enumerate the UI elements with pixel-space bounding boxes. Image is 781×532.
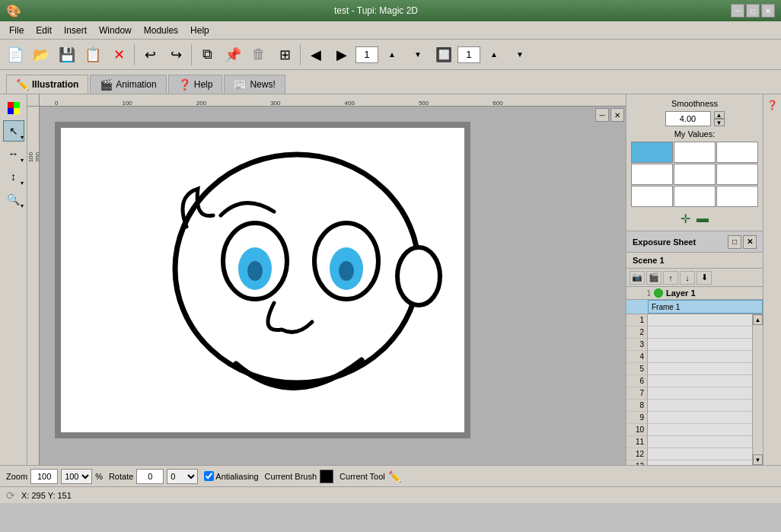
frame-cell-13[interactable] [648,460,752,465]
ruler-200: 200 [196,100,206,107]
tab-illustration[interactable]: ✏️ Illustration [6,75,88,94]
color-add-button[interactable]: ✛ [681,212,690,226]
frame-cell-6[interactable] [648,375,752,387]
brush-label: Current Brush [265,472,317,481]
frame-cell-11[interactable] [648,436,752,448]
minimize-button[interactable]: ─ [731,4,744,18]
color-cell-4[interactable] [674,164,716,185]
tool-zoom[interactable]: 🔍 ▾ [3,189,24,210]
layer-input[interactable] [457,46,480,63]
exp-restore-button[interactable]: □ [728,235,741,249]
color-remove-button[interactable]: ▬ [697,212,709,226]
close-doc-button[interactable]: ✕ [107,43,131,67]
frame-cell-4[interactable] [648,351,752,363]
smoothness-down[interactable]: ▼ [714,119,725,126]
frame-cell-5[interactable] [648,363,752,375]
color-cell-8[interactable] [716,186,758,207]
color-cell-6[interactable] [631,186,673,207]
frame-cell-9[interactable] [648,412,752,424]
scene-btn-5[interactable]: ⬇ [697,271,712,285]
frame-cell-1[interactable] [648,314,752,327]
prev-frame[interactable]: ◀ [304,43,328,67]
scene-btn-4[interactable]: ↓ [680,271,695,285]
tool-transform[interactable]: ↔ ▾ [3,143,24,164]
rotate-dropdown[interactable]: 0 90 180 270 [167,469,198,484]
ruler-v-100: 100 [27,152,34,162]
color-cell-5[interactable] [716,164,758,185]
saveas-button[interactable]: 📋 [81,43,105,67]
color-cell-3[interactable] [631,164,673,185]
ruler-400: 400 [345,100,355,107]
canvas-scroll[interactable]: ─ ✕ [40,107,626,465]
menu-edit[interactable]: Edit [30,24,58,37]
mini-toolbox: ❓ [763,94,781,465]
color-cell-7[interactable] [674,186,716,207]
scene-btn-1[interactable]: 📷 [630,271,645,285]
tool-pointer[interactable]: ↖ ▾ [3,120,24,142]
frame-spin-up[interactable]: ▲ [380,43,404,67]
scene-btn-2[interactable]: 🎬 [646,271,661,285]
zoom-dropdown[interactable]: 100 50 200 [61,469,92,484]
scrollbar-track [753,325,763,454]
tab-news[interactable]: 📰 News! [224,75,285,94]
delete-button[interactable]: 🗑 [247,43,271,67]
frame-input[interactable] [355,46,378,63]
tool-view[interactable]: ↕ ▾ [3,166,24,187]
frame-cell-2[interactable] [648,327,752,339]
canvas-minimize-button[interactable]: ─ [595,108,609,122]
brush-color-swatch[interactable] [320,470,333,483]
frame-cell-8[interactable] [648,400,752,412]
toolbar-separator2 [191,44,192,65]
save-button[interactable]: 💾 [55,43,79,67]
undo-button[interactable]: ↩ [138,43,162,67]
close-button[interactable]: ✕ [761,4,775,18]
layer-row: 1 Layer 1 [626,287,763,300]
menu-modules[interactable]: Modules [138,24,184,37]
frame-spin-down[interactable]: ▼ [406,43,430,67]
mini-tool-1[interactable]: ❓ [765,97,780,113]
frame-scrollbar[interactable]: ▲ ▼ [752,314,763,465]
color-cell-2[interactable] [716,142,758,163]
scrollbar-up[interactable]: ▲ [753,314,763,325]
layer-name: Layer 1 [666,288,760,298]
menu-help[interactable]: Help [184,24,215,37]
open-button[interactable]: 📂 [29,43,53,67]
antialiasing-checkbox[interactable] [204,471,214,481]
tool-color[interactable] [3,97,24,119]
menu-file[interactable]: File [3,24,30,37]
menu-window[interactable]: Window [93,24,138,37]
paste-button[interactable]: 📌 [221,43,245,67]
svg-point-5 [397,247,440,305]
zoom-percent: % [95,472,103,481]
frame-num-12: 12 [626,448,647,460]
zoom-input[interactable] [30,469,58,484]
copy-button[interactable]: ⧉ [195,43,219,67]
layer-spin-up[interactable]: ▲ [482,43,506,67]
frame-num-10: 10 [626,424,647,436]
canvas-close-button[interactable]: ✕ [610,108,624,122]
frame-cell-12[interactable] [648,448,752,460]
rotate-input[interactable] [136,469,164,484]
tab-help[interactable]: ❓ Help [168,75,223,94]
next-frame[interactable]: ▶ [330,43,354,67]
illustration-icon: ✏️ [16,78,29,91]
menu-insert[interactable]: Insert [58,24,93,37]
new-button[interactable]: 📄 [3,43,27,67]
drawing-canvas[interactable] [61,128,464,432]
color-cell-0[interactable] [631,142,673,163]
tab-animation[interactable]: 🎬 Animation [90,75,166,94]
frame-cell-10[interactable] [648,424,752,436]
scrollbar-down[interactable]: ▼ [753,454,763,465]
scene-btn-3[interactable]: ↑ [663,271,678,285]
maximize-button[interactable]: □ [746,4,760,18]
smoothness-input[interactable] [665,111,711,126]
frame-1-header[interactable]: Frame 1 [648,300,763,314]
smoothness-up[interactable]: ▲ [714,111,725,119]
redo-button[interactable]: ↪ [164,43,188,67]
exp-close-button[interactable]: ✕ [743,235,757,249]
layer-spin-down[interactable]: ▼ [508,43,532,67]
grid-button[interactable]: ⊞ [273,43,297,67]
frame-cell-3[interactable] [648,339,752,351]
color-cell-1[interactable] [674,142,716,163]
frame-cell-7[interactable] [648,387,752,400]
